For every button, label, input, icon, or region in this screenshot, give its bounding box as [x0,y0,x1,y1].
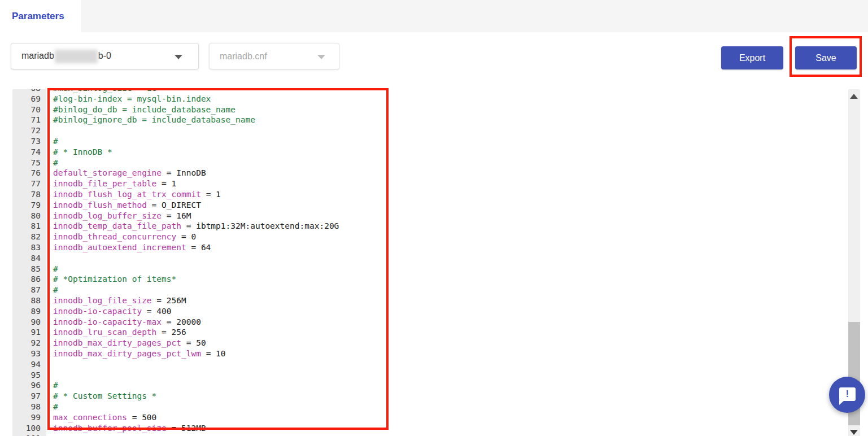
feedback-exclamation-icon: ! [839,387,856,401]
code-line: 72 [12,125,848,136]
code-line: 92innodb_max_dirty_pages_pct = 50 [12,338,848,348]
code-line: 75# [12,158,848,168]
code-line: 76default_storage_engine = InnoDB [12,168,848,178]
save-button[interactable]: Save [795,46,857,69]
code-line: 98# [12,402,848,412]
code-line: 93innodb_max_dirty_pages_pct_lwm = 10 [12,348,848,359]
code-line: 90innodb-io-capacity-max = 20000 [12,317,848,328]
code-line: 81innodb_temp_data_file_path = ibtmp1:32… [12,221,848,232]
code-line: 99max_connections = 500 [12,412,848,423]
config-file-select[interactable]: mariadb.cnf [209,43,339,69]
code-line: 82innodb_thread_concurrency = 0 [12,232,848,242]
config-file-select-value: mariadb.cnf [220,51,267,62]
scroll-up-arrow-icon[interactable] [850,94,858,99]
code-line: 71#binlog_ignore_db = include_database_n… [12,115,848,125]
code-line: 80innodb_log_buffer_size = 16M [12,211,848,221]
instance-select[interactable]: mariadbb-0 [11,43,199,69]
code-line: 74# * InnoDB * [12,147,848,158]
instance-select-value: mariadbb-0 [21,50,111,63]
code-line: 83innodb_autoextend_increment = 64 [12,242,848,253]
code-line: 69#log-bin-index = mysql-bin.index [12,94,848,104]
chevron-down-icon [175,55,182,59]
code-line: 77innodb_file_per_table = 1 [12,178,848,189]
speech-bubble-tail [839,400,844,405]
code-line: 70#binlog_do_db = include_database_name [12,104,848,115]
code-line: 73# [12,136,848,147]
code-line: 79innodb_flush_method = O_DIRECT [12,200,848,211]
code-line: 95 [12,370,848,381]
tab-parameters-label: Parameters [12,11,64,22]
code-line: 89innodb-io-capacity = 400 [12,306,848,317]
code-line: 88innodb_log_file_size = 256M [12,295,848,306]
redacted-text [55,50,98,63]
code-line: 96# [12,380,848,391]
code-line: 91innodb_lru_scan_depth = 256 [12,327,848,338]
code-line: 97# * Custom Settings * [12,391,848,402]
code-line: 78innodb_flush_log_at_trx_commit = 1 [12,189,848,200]
tab-parameters[interactable]: Parameters [0,0,81,32]
config-code-editor[interactable]: 68#max_binlog_size = 1G69#log-bin-index … [12,89,848,436]
scroll-down-arrow-icon[interactable] [850,430,858,435]
code-line: 101 [12,433,848,436]
tab-bar: Parameters [0,0,868,32]
code-lines: 68#max_binlog_size = 1G69#log-bin-index … [12,89,848,436]
code-line: 94 [12,359,848,370]
code-line: 68#max_binlog_size = 1G [12,89,848,94]
parameters-page: Parameters mariadbb-0 mariadb.cnf Export… [0,0,868,436]
chevron-down-icon [317,55,325,59]
export-button[interactable]: Export [721,46,783,69]
code-line: 100innodb_buffer_pool_size = 512MB [12,423,848,434]
code-line: 84 [12,253,848,264]
code-line: 87# [12,285,848,295]
feedback-fab[interactable]: ! [829,377,865,413]
code-line: 86# *Optimization of items* [12,274,848,285]
code-line: 85# [12,264,848,274]
